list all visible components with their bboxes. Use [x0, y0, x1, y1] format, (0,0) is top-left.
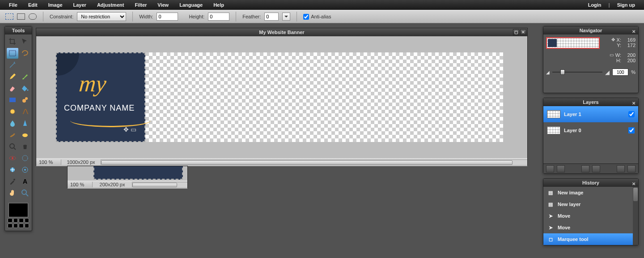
eyedropper-tool-icon[interactable]: [7, 176, 18, 187]
new-layer-icon[interactable]: [546, 165, 554, 172]
palette-swatch[interactable]: [25, 224, 30, 228]
canvas-titlebar[interactable]: My Website Banner ▢ ✕: [36, 28, 527, 36]
close-icon[interactable]: ✕: [520, 29, 526, 35]
blur-tool-icon[interactable]: [7, 118, 18, 129]
layer-down-icon[interactable]: [592, 165, 600, 172]
signup-link[interactable]: Sign up: [612, 2, 640, 8]
close-icon[interactable]: ✕: [631, 180, 636, 185]
menu-help[interactable]: Help: [208, 2, 229, 8]
height-input[interactable]: [208, 13, 229, 21]
login-link[interactable]: Login: [583, 2, 607, 8]
palette-swatch[interactable]: [25, 218, 30, 223]
bloat-tool-icon[interactable]: [7, 164, 18, 175]
width-input[interactable]: [157, 13, 178, 21]
antialias-checkbox[interactable]: Anti-alias: [303, 14, 331, 20]
menu-adjustment[interactable]: Adjustment: [92, 2, 130, 8]
zoom-in-icon[interactable]: ◢: [605, 69, 610, 76]
layer-name: Layer 0: [564, 128, 581, 133]
horizontal-scrollbar-2[interactable]: [132, 182, 187, 187]
svg-point-14: [24, 169, 26, 171]
palette-swatch[interactable]: [8, 224, 13, 228]
close-icon[interactable]: ✕: [631, 99, 636, 105]
menu-language[interactable]: Language: [174, 2, 208, 8]
feather-dropdown[interactable]: [282, 13, 290, 21]
layer-settings-icon[interactable]: [617, 165, 625, 172]
layer-row[interactable]: Layer 1: [543, 106, 638, 122]
zoom-slider[interactable]: [552, 72, 602, 73]
foreground-color[interactable]: [8, 203, 28, 217]
palette-swatch[interactable]: [13, 224, 18, 228]
close-icon[interactable]: ✕: [631, 28, 636, 33]
layer-visibility-checkbox[interactable]: [628, 127, 635, 133]
canvas2-dimensions: 200x200 px: [92, 182, 132, 187]
marquee-ellipse-icon[interactable]: [29, 13, 37, 20]
menu-image[interactable]: Image: [43, 2, 68, 8]
type-tool-icon[interactable]: A: [19, 176, 31, 187]
nav-h: 200: [623, 58, 636, 63]
smudge-tool-icon[interactable]: [7, 129, 18, 140]
wand-tool-icon[interactable]: [7, 60, 18, 70]
marquee-rect-icon[interactable]: [5, 13, 13, 20]
bucket-tool-icon[interactable]: [19, 83, 31, 94]
canvas-area-2[interactable]: [68, 166, 187, 181]
move-tool-icon[interactable]: [19, 36, 31, 47]
menu-layer[interactable]: Layer: [68, 2, 92, 8]
constraint-select[interactable]: No restriction: [77, 12, 126, 21]
feather-input[interactable]: [264, 13, 279, 21]
history-item[interactable]: ◻Marquee tool: [543, 233, 633, 245]
marquee-solid-icon[interactable]: [17, 13, 25, 20]
pencil-tool-icon[interactable]: [7, 71, 18, 82]
history-item[interactable]: ➤Move: [543, 222, 633, 233]
menu-file[interactable]: File: [4, 2, 23, 8]
lasso-tool-icon[interactable]: [19, 48, 31, 59]
nav-zoom-input[interactable]: [612, 69, 628, 76]
history-scrollbar[interactable]: [633, 187, 638, 245]
clone-tool-icon[interactable]: [19, 95, 31, 105]
logo-layer-selected[interactable]: my COMPANY NAME ✥ ▭: [56, 52, 145, 142]
color-replace-tool-icon[interactable]: [7, 106, 18, 117]
svg-point-1: [27, 90, 29, 91]
pinch-tool-icon[interactable]: [19, 164, 31, 175]
history-item[interactable]: ▤New image: [543, 187, 633, 198]
burn-tool-icon[interactable]: [19, 141, 31, 152]
layers-panel: Layers✕ Layer 1 Layer 0: [543, 98, 639, 174]
palette-swatch[interactable]: [8, 218, 13, 223]
spot-heal-tool-icon[interactable]: [19, 153, 31, 163]
palette-swatch[interactable]: [13, 218, 18, 223]
minimize-icon[interactable]: ▢: [513, 29, 519, 35]
menu-filter[interactable]: Filter: [129, 2, 152, 8]
layer-name: Layer 1: [564, 112, 581, 117]
drawing-tool-icon[interactable]: [19, 106, 31, 117]
redeye-tool-icon[interactable]: [7, 153, 18, 163]
layers-title: Layers: [583, 99, 598, 105]
eraser-tool-icon[interactable]: [7, 83, 18, 94]
svg-rect-0: [9, 51, 16, 56]
palette-swatch[interactable]: [19, 218, 24, 223]
brush-tool-icon[interactable]: [19, 71, 31, 82]
crop-tool-icon[interactable]: [7, 36, 18, 47]
sharpen-tool-icon[interactable]: [19, 118, 31, 129]
delete-layer-icon[interactable]: [627, 165, 636, 172]
layer-row[interactable]: Layer 0: [543, 122, 638, 138]
navigator-thumbnail[interactable]: [546, 37, 600, 49]
gradient-tool-icon[interactable]: [7, 95, 18, 105]
layer-mask-icon[interactable]: [557, 165, 565, 172]
menu-edit[interactable]: Edit: [23, 2, 43, 8]
zoom-out-icon[interactable]: ◢: [546, 70, 550, 75]
dodge-tool-icon[interactable]: [7, 141, 18, 152]
menu-view[interactable]: View: [152, 2, 174, 8]
svg-point-15: [13, 179, 15, 181]
history-item[interactable]: ▤New layer: [543, 198, 633, 210]
layer-up-icon[interactable]: [581, 165, 589, 172]
horizontal-scrollbar[interactable]: [101, 159, 527, 165]
layer-visibility-checkbox[interactable]: [628, 111, 635, 117]
sponge-tool-icon[interactable]: [19, 129, 31, 140]
history-item[interactable]: ➤Move: [543, 210, 633, 222]
hand-tool-icon[interactable]: [7, 188, 18, 198]
color-swatches: [5, 200, 32, 231]
nav-y: 172: [623, 43, 636, 48]
palette-swatch[interactable]: [19, 224, 24, 228]
canvas-area[interactable]: my COMPANY NAME ✥ ▭: [36, 36, 527, 158]
marquee-tool-icon[interactable]: [7, 48, 18, 59]
zoom-tool-icon[interactable]: [19, 188, 31, 198]
